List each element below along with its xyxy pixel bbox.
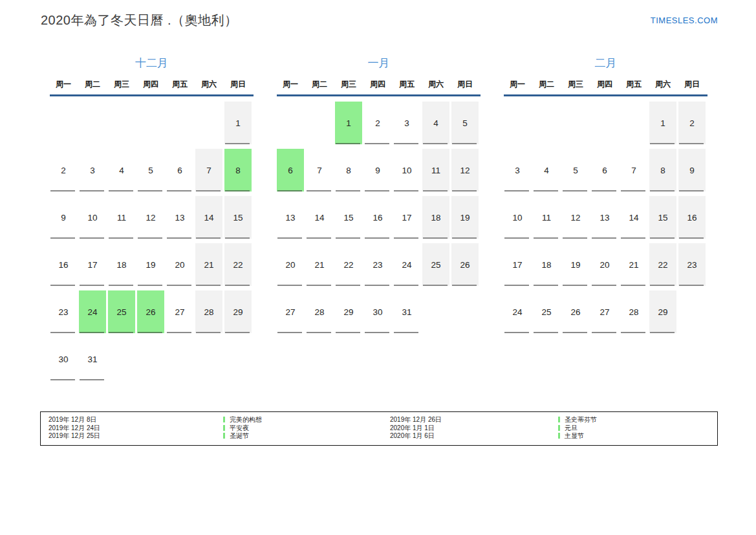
day-cell: 18 xyxy=(533,243,560,286)
day-cell: 1 xyxy=(335,102,362,144)
legend-holiday-column: 完美的构想平安夜圣诞节 xyxy=(223,416,390,441)
weekday-row: 周一周二周三周四周五周六周日 xyxy=(50,79,254,96)
day-cell: 24 xyxy=(393,243,420,286)
legend-date: 2019年 12月 25日 xyxy=(49,432,223,441)
day-cell: 13 xyxy=(166,196,193,239)
day-cell: 22 xyxy=(224,243,252,286)
day-cell: 12 xyxy=(562,196,589,239)
calendar-january: 一月周一周二周三周四周五周六周日123456789101112131415161… xyxy=(277,56,481,380)
day-cell: 29 xyxy=(224,290,252,333)
day-cell: 4 xyxy=(108,149,135,191)
day-cell: 25 xyxy=(108,290,135,333)
empty-cell xyxy=(79,102,106,144)
day-cell: 21 xyxy=(195,243,222,286)
day-cell: 7 xyxy=(306,149,333,191)
empty-cell xyxy=(504,102,531,144)
legend-date: 2019年 12月 26日 xyxy=(390,416,558,424)
day-grid: 1234567891011121314151617181920212223242… xyxy=(277,102,481,333)
day-cell: 21 xyxy=(620,243,647,286)
day-cell: 16 xyxy=(678,196,706,239)
day-cell: 28 xyxy=(306,290,333,333)
empty-cell xyxy=(277,102,304,144)
holiday-marker-icon xyxy=(223,433,225,439)
weekday-label: 周二 xyxy=(79,79,106,90)
weekday-label: 周六 xyxy=(649,79,676,90)
legend-box: 2019年 12月 8日2019年 12月 24日2019年 12月 25日完美… xyxy=(40,411,718,446)
day-cell: 14 xyxy=(195,196,222,239)
weekday-label: 周五 xyxy=(620,79,647,90)
site-link[interactable]: TIMESLES.COM xyxy=(651,16,718,25)
day-cell: 7 xyxy=(195,149,222,191)
empty-cell xyxy=(137,338,164,380)
day-cell: 16 xyxy=(50,243,77,286)
empty-cell xyxy=(562,102,589,144)
empty-cell xyxy=(591,102,618,144)
holiday-marker-icon xyxy=(223,417,225,422)
day-cell: 16 xyxy=(364,196,391,239)
month-title: 十二月 xyxy=(50,56,254,71)
day-cell: 6 xyxy=(277,149,304,191)
day-cell: 4 xyxy=(533,149,560,191)
day-cell: 13 xyxy=(277,196,304,239)
day-cell: 20 xyxy=(166,243,193,286)
day-grid: 1234567891011121314151617181920212223242… xyxy=(50,102,254,380)
empty-cell xyxy=(533,102,560,144)
day-cell: 26 xyxy=(562,290,589,333)
legend-holiday-name: 元旦 xyxy=(565,424,578,431)
day-cell: 17 xyxy=(393,196,420,239)
day-cell: 25 xyxy=(533,290,560,333)
holiday-marker-icon xyxy=(558,425,560,431)
weekday-label: 周五 xyxy=(166,79,193,90)
day-cell: 30 xyxy=(50,338,77,380)
legend-holiday-name: 完美的构想 xyxy=(230,416,262,423)
day-cell: 5 xyxy=(137,149,164,191)
day-cell: 30 xyxy=(364,290,391,333)
day-cell: 27 xyxy=(277,290,304,333)
day-cell: 24 xyxy=(504,290,531,333)
day-cell: 3 xyxy=(393,102,420,144)
day-cell: 9 xyxy=(678,149,706,191)
day-cell: 8 xyxy=(649,149,676,191)
legend-holiday: 元旦 xyxy=(558,424,709,433)
empty-cell xyxy=(166,102,193,144)
holiday-marker-icon xyxy=(223,425,225,431)
weekday-label: 周六 xyxy=(195,79,222,90)
day-cell: 26 xyxy=(137,290,164,333)
day-cell: 12 xyxy=(137,196,164,239)
day-cell: 18 xyxy=(422,196,449,239)
day-cell: 9 xyxy=(50,196,77,239)
day-cell: 17 xyxy=(504,243,531,286)
legend-date: 2019年 12月 24日 xyxy=(49,424,223,433)
day-grid: 1234567891011121314151617181920212223242… xyxy=(504,102,707,333)
day-cell: 11 xyxy=(422,149,449,191)
day-cell: 11 xyxy=(108,196,135,239)
empty-cell xyxy=(620,102,647,144)
day-cell: 2 xyxy=(50,149,77,191)
legend-holiday: 圣史蒂芬节 xyxy=(558,416,709,424)
day-cell: 5 xyxy=(562,149,589,191)
day-cell: 22 xyxy=(335,243,362,286)
day-cell: 28 xyxy=(620,290,647,333)
day-cell: 2 xyxy=(364,102,391,144)
day-cell: 28 xyxy=(195,290,222,333)
calendar-december: 十二月周一周二周三周四周五周六周日12345678910111213141516… xyxy=(50,56,254,380)
weekday-label: 周四 xyxy=(137,79,164,90)
day-cell: 6 xyxy=(166,149,193,191)
day-cell: 2 xyxy=(678,102,706,144)
empty-cell xyxy=(108,338,135,380)
day-cell: 15 xyxy=(224,196,252,239)
day-cell: 21 xyxy=(306,243,333,286)
empty-cell xyxy=(306,102,333,144)
empty-cell xyxy=(137,102,164,144)
legend-holiday-name: 主显节 xyxy=(565,432,584,439)
weekday-label: 周日 xyxy=(451,79,479,90)
legend-holiday-name: 平安夜 xyxy=(230,424,249,431)
empty-cell xyxy=(422,290,449,333)
empty-cell xyxy=(678,290,706,333)
day-cell: 27 xyxy=(591,290,618,333)
day-cell: 31 xyxy=(393,290,420,333)
day-cell: 31 xyxy=(79,338,106,380)
weekday-label: 周三 xyxy=(108,79,135,90)
day-cell: 22 xyxy=(649,243,676,286)
weekday-label: 周四 xyxy=(591,79,618,90)
